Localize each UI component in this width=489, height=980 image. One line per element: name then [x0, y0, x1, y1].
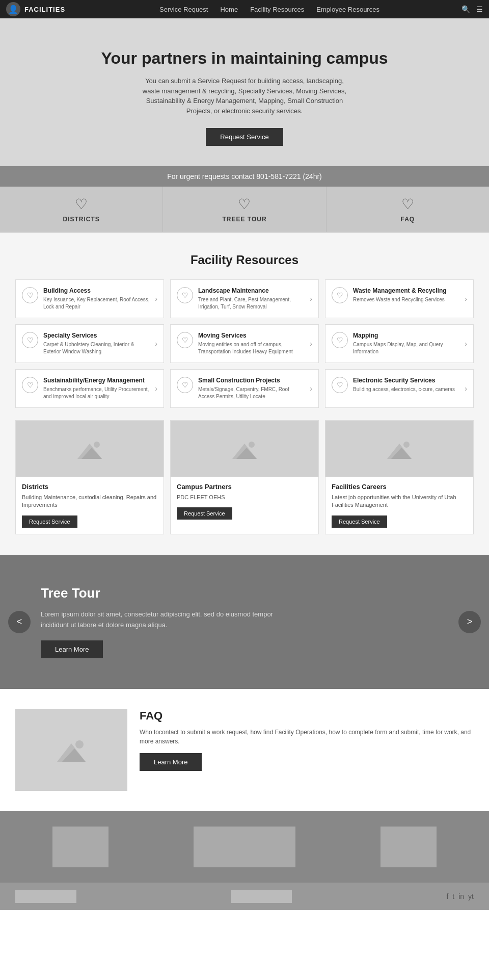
request-service-btn-districts[interactable]: Request Service [22, 515, 77, 528]
facebook-icon[interactable]: f [446, 892, 448, 900]
footer-link-2[interactable] [231, 890, 292, 903]
tree-tour-body: Lorem ipsum dolor sit amet, consectetur … [41, 609, 295, 631]
icon-row-label-faq: FAQ [400, 216, 415, 223]
arrow-icon-6: › [155, 384, 157, 393]
resource-card-moving[interactable]: ♡ Moving Services Moving entities on and… [170, 324, 319, 363]
resource-desc-8: Building access, electronics, c-cure, ca… [353, 386, 459, 393]
request-service-btn-careers[interactable]: Request Service [332, 515, 387, 528]
arrow-icon-7: › [310, 384, 312, 393]
resource-icon-building-access: ♡ [22, 287, 38, 303]
resource-card-electronic[interactable]: ♡ Electronic Security Services Building … [325, 369, 474, 408]
carousel-prev-button[interactable]: < [8, 611, 31, 633]
nav-right: 🔍 ☰ [461, 5, 483, 13]
resource-card-specialty[interactable]: ♡ Specialty Services Carpet & Upholstery… [15, 324, 164, 363]
resource-desc-3: Carpet & Upholstery Cleaning, Interior &… [43, 341, 150, 355]
svg-point-8 [403, 442, 410, 448]
hero-title: Your partners in maintaining campus [20, 49, 469, 68]
resource-desc-1: Tree and Plant, Care, Pest Management, I… [198, 296, 305, 311]
resource-desc-6: Benchmarks performance, Utility Procurem… [43, 386, 150, 400]
image-card-body-campus: Campus Partners PDC FLEET OEHS Request S… [171, 477, 318, 526]
resource-title-1: Landscape Maintenance [198, 287, 305, 294]
search-icon[interactable]: 🔍 [461, 5, 470, 13]
image-card-desc-districts: Building Maintenance, custodial cleaning… [22, 494, 157, 509]
image-card-desc-careers: Latest job opportunities with the Univer… [332, 494, 467, 509]
image-card-body-districts: Districts Building Maintenance, custodia… [16, 477, 164, 534]
nav-link-facility[interactable]: Facility Resources [250, 6, 304, 13]
urgent-bar: For urgent requests contact 801-581-7221… [0, 166, 489, 187]
landscape-icon-careers [387, 439, 412, 459]
arrow-icon-8: › [465, 384, 467, 393]
resource-card-building-access[interactable]: ♡ Building Access Key Issuance, Key Repl… [15, 279, 164, 318]
resource-desc-5: Campus Maps Display, Map, and Query Info… [353, 341, 459, 355]
faq-content: FAQ Who tocontact to submit a work reque… [140, 709, 474, 771]
icon-row-tree-tour[interactable]: ♡ TREEE TOUR [163, 187, 326, 232]
resource-icon-electronic: ♡ [332, 377, 348, 393]
carousel-next-button[interactable]: > [458, 611, 481, 633]
image-placeholder-districts [16, 421, 164, 477]
svg-point-11 [75, 740, 84, 749]
resource-card-landscape[interactable]: ♡ Landscape Maintenance Tree and Plant, … [170, 279, 319, 318]
resource-card-construction[interactable]: ♡ Small Construction Projects Metals/Sig… [170, 369, 319, 408]
linkedin-icon[interactable]: in [458, 892, 464, 900]
resource-title-5: Mapping [353, 332, 459, 339]
resource-icon-sustainability: ♡ [22, 377, 38, 393]
footer-bottom: f t in yt [0, 883, 489, 910]
nav-avatar: 👤 [6, 2, 20, 16]
arrow-icon-2: › [465, 295, 467, 303]
heart-icon-districts: ♡ [75, 196, 88, 213]
request-service-button[interactable]: Request Service [206, 128, 283, 146]
youtube-icon[interactable]: yt [468, 892, 474, 900]
faq-learn-more-button[interactable]: Learn More [140, 753, 202, 771]
footer-link-1[interactable] [15, 890, 76, 903]
nav-logo-area: 👤 FACILITIES [6, 2, 77, 16]
tree-tour-learn-more-button[interactable]: Learn More [41, 640, 103, 658]
resource-title-2: Waste Management & Recycling [353, 287, 459, 294]
image-card-careers: Facilities Careers Latest job opportunit… [325, 420, 474, 534]
footer-logo-1 [52, 827, 108, 867]
faq-image [15, 709, 127, 791]
footer-logo-3 [381, 827, 437, 867]
faq-body: Who tocontact to submit a work request, … [140, 728, 474, 746]
nav-link-employee[interactable]: Employee Resources [316, 6, 379, 13]
resource-desc-2: Removes Waste and Recycling Services [353, 296, 459, 303]
resource-title-4: Moving Services [198, 332, 305, 339]
resource-icon-specialty: ♡ [22, 332, 38, 348]
resource-desc-7: Metals/Signage, Carpentry, FMRC, Roof Ac… [198, 386, 305, 400]
icon-row-districts[interactable]: ♡ DISTRICTS [0, 187, 163, 232]
faq-landscape-icon [57, 738, 86, 762]
resource-desc-4: Moving entities on and off of campus, Tr… [198, 341, 305, 355]
icon-row-label-districts: DISTRICTS [63, 216, 99, 223]
resource-title-8: Electronic Security Services [353, 377, 459, 384]
nav-link-service-request[interactable]: Service Request [159, 6, 208, 13]
hero-description: You can submit a Service Request for bui… [138, 76, 351, 116]
resource-title-3: Specialty Services [43, 332, 150, 339]
request-service-btn-campus[interactable]: Request Service [177, 507, 232, 520]
resource-text-construction: Small Construction Projects Metals/Signa… [198, 377, 305, 400]
resource-card-mapping[interactable]: ♡ Mapping Campus Maps Display, Map, and … [325, 324, 474, 363]
heart-icon-tree-tour: ♡ [238, 196, 251, 213]
menu-icon[interactable]: ☰ [476, 5, 483, 13]
faq-heading: FAQ [140, 709, 474, 723]
image-card-districts: Districts Building Maintenance, custodia… [15, 420, 164, 534]
tree-tour-section: < Tree Tour Lorem ipsum dolor sit amet, … [0, 555, 489, 689]
footer-logos [0, 811, 489, 883]
image-placeholder-campus [171, 421, 318, 477]
icon-row-faq[interactable]: ♡ FAQ [327, 187, 489, 232]
resource-icon-moving: ♡ [177, 332, 193, 348]
nav-link-home[interactable]: Home [220, 6, 238, 13]
arrow-icon-5: › [465, 340, 467, 348]
hero-section: Your partners in maintaining campus You … [0, 18, 489, 166]
image-card-body-careers: Facilities Careers Latest job opportunit… [325, 477, 473, 534]
resource-card-waste[interactable]: ♡ Waste Management & Recycling Removes W… [325, 279, 474, 318]
urgent-text: For urgent requests contact 801-581-7221… [167, 172, 322, 180]
image-card-title-careers: Facilities Careers [332, 483, 467, 491]
resource-card-sustainability[interactable]: ♡ Sustainability/Energy Management Bench… [15, 369, 164, 408]
footer-logo-2 [194, 827, 295, 867]
arrow-icon-3: › [155, 340, 157, 348]
arrow-icon-1: › [310, 295, 312, 303]
twitter-icon[interactable]: t [452, 892, 454, 900]
resource-text-moving: Moving Services Moving entities on and o… [198, 332, 305, 355]
resource-icon-landscape: ♡ [177, 287, 193, 303]
icon-row: ♡ DISTRICTS ♡ TREEE TOUR ♡ FAQ [0, 187, 489, 233]
landscape-icon-campus [232, 439, 257, 459]
